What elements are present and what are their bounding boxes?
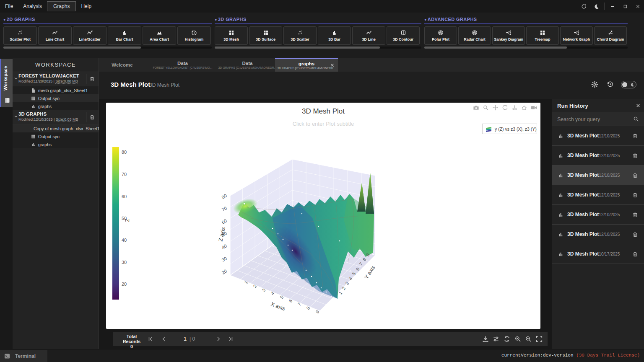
network-nodes-icon xyxy=(574,30,579,36)
menu-help[interactable]: Help xyxy=(76,1,96,11)
workspace-group-forest-yellowjacket[interactable]: FOREST YELLOWJACKET Modified:11/28/2025 … xyxy=(13,72,99,86)
trash-icon[interactable] xyxy=(89,114,95,120)
last-page-icon[interactable] xyxy=(228,336,234,342)
chevron-down-icon[interactable] xyxy=(14,114,18,119)
area-chart-icon xyxy=(156,30,162,36)
tree-item-output-syo[interactable]: Output.syo xyxy=(13,132,99,140)
sun-knob xyxy=(622,82,627,87)
workspace-group-3d-graphs[interactable]: 3D GRAPHS Modified:12/10/2025 | Size:0.0… xyxy=(13,110,99,124)
first-page-icon[interactable] xyxy=(148,336,153,342)
run-history-item[interactable]: 3D Mesh Plot10/17/2025 xyxy=(552,244,644,264)
content-header: 3D Mesh Plot 3D Mesh Plot xyxy=(99,72,644,99)
button-3d-scatter[interactable]: 3D Scatter xyxy=(283,26,317,45)
trash-icon[interactable] xyxy=(632,133,638,139)
sync-icon[interactable] xyxy=(577,0,590,13)
run-history-item[interactable]: 3D Mesh Plot12/10/2025 xyxy=(552,126,644,146)
menu-file[interactable]: File xyxy=(0,1,18,11)
status-bar: Terminal currentVersion:dev-version (30 … xyxy=(0,349,644,362)
run-history-item[interactable]: 3D Mesh Plot12/10/2025 xyxy=(552,205,644,225)
close-tab-icon[interactable] xyxy=(330,63,335,67)
trash-icon[interactable] xyxy=(632,172,638,178)
minimize-button[interactable] xyxy=(606,0,619,13)
button-3d-mesh[interactable]: 3D Mesh xyxy=(215,26,248,45)
button-area-chart[interactable]: Area Chart xyxy=(143,26,176,45)
run-history-item-selected[interactable]: 3D Mesh Plot12/10/2025 xyxy=(552,165,644,185)
svg-text:70: 70 xyxy=(221,205,228,212)
maximize-button[interactable] xyxy=(619,0,631,13)
notebook-icon[interactable] xyxy=(4,97,10,103)
menu-graphs[interactable]: Graphs xyxy=(47,1,76,11)
tree-item-copy-mesh-sheet[interactable]: Copy of mesh graph_xlsx_Sheet1 xyxy=(13,124,99,132)
gear-icon[interactable] xyxy=(591,81,598,88)
button-3d-contour[interactable]: 3D Contour xyxy=(387,26,420,45)
tree-item-graphs[interactable]: graphs xyxy=(13,140,99,148)
download-icon[interactable] xyxy=(482,336,489,342)
zigzag-line-icon xyxy=(366,30,372,36)
close-panel-icon[interactable] xyxy=(636,103,641,108)
tab-data-forest[interactable]: DataFOREST YELLOWJACKET [C:\USERS\MO... xyxy=(145,58,220,72)
button-scatter-plot[interactable]: Scatter Plot xyxy=(3,26,37,45)
refresh-icon[interactable] xyxy=(504,336,510,342)
ribbon-scrollbar[interactable] xyxy=(3,47,212,49)
button-line-chart[interactable]: Line Chart xyxy=(38,26,72,45)
ribbon-scrollbar[interactable] xyxy=(424,47,628,49)
button-sankey-diagram[interactable]: Sankey Diagram xyxy=(492,26,525,45)
next-page-icon[interactable] xyxy=(216,336,221,342)
fullscreen-icon[interactable] xyxy=(536,336,543,342)
tab-graphs[interactable]: graphs3D GRAPHS [C:\USERS\MOHAM\ONEDR... xyxy=(275,58,338,72)
run-history-item[interactable]: 3D Mesh Plot12/10/2025 xyxy=(552,185,644,205)
run-history-panel: Run History 3D Mesh Plot12/10/2025 3D Me… xyxy=(552,99,644,349)
plot-3d-scene[interactable]: 80 70 60 50 40 30 20 1 2 3 4 5 6 7 8 xyxy=(210,145,394,325)
dark-mode-icon[interactable] xyxy=(590,0,602,13)
button-3d-surface[interactable]: 3D Surface xyxy=(249,26,282,45)
previous-page-icon[interactable] xyxy=(161,336,167,342)
history-icon[interactable] xyxy=(607,81,614,88)
theme-toggle[interactable] xyxy=(621,81,636,88)
button-treemap[interactable]: Treemap xyxy=(526,26,559,45)
run-history-item[interactable]: 3D Mesh Plot12/10/2025 xyxy=(552,225,644,244)
terminal-button[interactable]: Terminal xyxy=(0,350,47,362)
tab-data-3dgraphs[interactable]: Data3D GRAPHS [C:\USERS\MOHAM\ONEDR... xyxy=(220,58,275,72)
legend[interactable]: y (Z) vs z3 (X), z3 (Y) xyxy=(482,124,537,134)
button-3d-bar[interactable]: 3D Bar xyxy=(318,26,351,45)
trash-icon[interactable] xyxy=(632,231,638,238)
ribbon-scrollbar[interactable] xyxy=(215,47,421,49)
trash-icon[interactable] xyxy=(632,153,638,159)
trash-icon[interactable] xyxy=(632,251,638,257)
ribbon-group-advanced-title: ●ADVANCED GRAPHS xyxy=(424,17,628,23)
button-radar-chart[interactable]: Radar Chart xyxy=(458,26,491,45)
chevron-down-icon[interactable] xyxy=(14,76,18,80)
version-info: currentVersion:dev-version (30 Days Trai… xyxy=(501,353,640,358)
search-icon[interactable] xyxy=(633,116,639,122)
run-history-item[interactable]: 3D Mesh Plot12/10/2025 xyxy=(552,146,644,165)
page-subtitle: 3D Mesh Plot xyxy=(149,82,179,88)
chart-subtitle-placeholder[interactable]: Click to enter Plot subtitle xyxy=(106,121,540,127)
trash-icon[interactable] xyxy=(632,212,638,218)
zoom-in-icon[interactable] xyxy=(514,336,521,342)
trash-icon[interactable] xyxy=(89,76,95,82)
workspace-rail-tab[interactable]: Workspace xyxy=(0,59,13,107)
menu-analysis[interactable]: Analysis xyxy=(18,1,47,11)
settings-sliders-icon[interactable] xyxy=(493,336,499,342)
legend-mesh-swatch-icon xyxy=(485,126,493,132)
ribbon-group-underline xyxy=(3,23,212,24)
line-chart-icon xyxy=(52,30,58,36)
button-3d-line[interactable]: 3D Line xyxy=(352,26,385,45)
tab-welcome[interactable]: Welcome xyxy=(99,58,145,72)
chart-title[interactable]: 3D Mesh Plot xyxy=(106,107,540,116)
button-chord-diagram[interactable]: Chord Diagram xyxy=(594,26,627,45)
search-input[interactable] xyxy=(557,114,628,124)
tree-item-mesh-sheet[interactable]: mesh graph_xlsx_Sheet1 xyxy=(13,86,99,94)
button-bar-chart[interactable]: Bar Chart xyxy=(108,26,141,45)
button-network-graph[interactable]: Network Graph xyxy=(560,26,593,45)
button-polar-plot[interactable]: Polar Plot xyxy=(424,26,457,45)
zoom-out-icon[interactable] xyxy=(525,336,532,342)
svg-text:40: 40 xyxy=(221,243,228,250)
button-line-scatter[interactable]: Line/Scatter xyxy=(73,26,106,45)
close-window-button[interactable] xyxy=(631,0,644,13)
terminal-icon xyxy=(4,353,10,359)
trash-icon[interactable] xyxy=(632,192,638,198)
tree-item-graphs[interactable]: graphs xyxy=(13,102,99,110)
tree-item-output-syo[interactable]: Output.syo xyxy=(13,94,99,102)
button-histogram[interactable]: Histogram xyxy=(177,26,211,45)
